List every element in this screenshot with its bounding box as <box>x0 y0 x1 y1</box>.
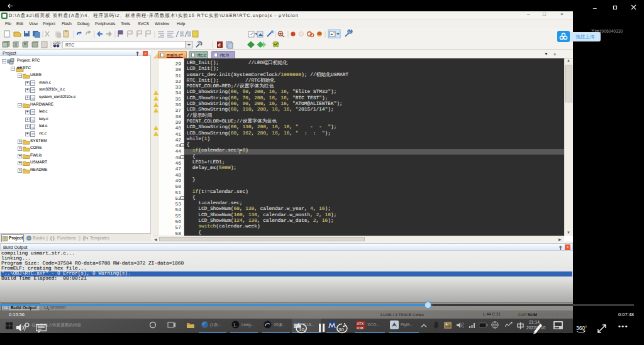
svg-text:30: 30 <box>338 327 344 332</box>
svg-text:360°: 360° <box>576 325 587 331</box>
svg-text:10: 10 <box>299 327 304 332</box>
svg-text:LOAD: LOAD <box>53 41 61 45</box>
svg-text:RTC: RTC <box>65 43 74 47</box>
